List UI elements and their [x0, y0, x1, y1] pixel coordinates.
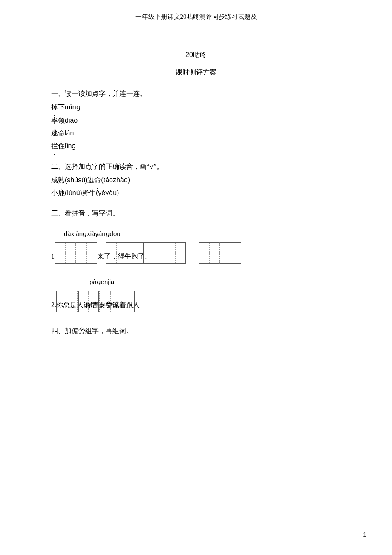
q3-line2-prefix: 2.	[51, 299, 56, 312]
page-number: 1	[363, 531, 366, 538]
q1-item-4-pinyin: lǐnɡ	[65, 142, 76, 150]
q2-title: 二、选择加点字的正确读音，画“√”。	[51, 161, 341, 172]
tianzige-cell	[56, 291, 78, 312]
q3-line2-boxes-row: 2. 你总是 人说话， 你需要尝试着跟人 交流。	[51, 291, 341, 312]
q2-1b-pre: 逃	[87, 176, 94, 184]
q1-item-1: 掉下mìnɡ	[51, 101, 341, 114]
q1-item-2-pre: 率	[51, 117, 58, 124]
q2-1b-dot: 命	[94, 174, 101, 187]
q1-item-1-pre: 掉	[51, 101, 58, 114]
tianzige-cell	[92, 291, 113, 312]
question-4: 四、加偏旁组字，再组词。	[51, 325, 341, 336]
tianzige-pair	[199, 242, 241, 264]
q4-title: 四、加偏旁组字，再组词。	[51, 325, 341, 336]
q1-item-3-dot: 命	[58, 127, 65, 140]
q1-item-1-pinyin: mìnɡ	[65, 104, 81, 111]
tianzige-cell	[106, 242, 127, 264]
q2-2a-dot: 鹿	[58, 187, 65, 199]
q3-line2-pinyin: pàɡēnjiā	[89, 276, 341, 288]
q2-1a-pre: 成	[51, 176, 58, 184]
tianzige-cell	[76, 242, 97, 264]
page-divider	[366, 47, 366, 443]
q1-item-4-dot: 住	[58, 142, 65, 150]
lesson-title: 20咕咚	[51, 51, 341, 60]
tianzige-pair	[55, 242, 97, 264]
tianzige-pair	[106, 242, 148, 264]
q2-2b-dot: 野	[82, 187, 89, 199]
q1-item-4-pre: 拦	[51, 140, 58, 152]
subtitle: 课时测评方案	[51, 68, 341, 77]
q1-item-3: 逃命lán	[51, 127, 341, 140]
q1-item-2-pinyin: diào	[65, 117, 78, 124]
tianzige-cell	[164, 242, 186, 264]
q1-item-3-pinyin: lán	[65, 129, 74, 137]
q3-line-2: pàɡēnjiā 2. 你总是 人说话， 你需要尝试着跟人 交流。	[51, 276, 341, 312]
q3-title: 三、看拼音，写字词。	[51, 207, 341, 219]
q1-item-2: 率领diào	[51, 114, 341, 127]
q2-2a-pinyin: (lùnù)	[65, 189, 82, 196]
question-3: 三、看拼音，写字词。 dàxiànɡxiàyánɡdōu 1 来了， 得牛跑了。	[51, 207, 341, 312]
page-content: 一年级下册课文20咕咚测评同步练习试题及 20咕咚 课时测评方案 一、读一读加点…	[0, 0, 392, 336]
q3-line1-boxes-row: 1 来了， 得牛跑了。	[51, 242, 341, 264]
q2-1b-pinyin: (táozhào)	[101, 176, 130, 184]
q3-line1-pinyin: dàxiànɡxiàyánɡdōu	[64, 228, 341, 239]
q1-item-1-dot: 下	[58, 104, 65, 111]
tianzige-cell	[199, 242, 220, 264]
q2-2b-post: 牛	[89, 189, 96, 196]
q1-item-3-pre: 逃	[51, 129, 58, 137]
q2-2b-pinyin: (yěyǒu)	[96, 189, 119, 196]
tianzige-cell	[143, 242, 164, 264]
tianzige-pair	[143, 242, 186, 264]
doc-header: 一年级下册课文20咕咚测评同步练习试题及	[51, 13, 341, 21]
tianzige-cell	[55, 242, 76, 264]
question-1: 一、读一读加点字，并连一连。 掉下mìnɡ 率领diào 逃命lán 拦住lǐn…	[51, 88, 341, 153]
q2-1a-pinyin: (shúsú)	[65, 176, 87, 184]
question-2: 二、选择加点字的正确读音，画“√”。 成熟(shúsú)逃命(táozhào) …	[51, 161, 341, 200]
tianzige-cell	[113, 291, 135, 312]
q3-line1-prefix: 1	[51, 250, 55, 264]
q3-line-1: dàxiànɡxiàyánɡdōu 1 来了， 得牛跑了。	[51, 228, 341, 264]
q2-line-1: 成熟(shúsú)逃命(táozhào)	[51, 174, 341, 187]
q2-2a-pre: 小	[51, 189, 58, 196]
q2-line-2: 小鹿(lùnù)野牛(yěyǒu)	[51, 187, 341, 199]
tianzige-pair	[92, 291, 135, 312]
q1-item-2-dot: 领	[58, 114, 65, 127]
q1-item-4: 拦住lǐnɡ	[51, 140, 341, 152]
q2-1a-dot: 熟	[58, 174, 65, 187]
q1-title: 一、读一读加点字，并连一连。	[51, 88, 341, 99]
tianzige-cell	[220, 242, 241, 264]
